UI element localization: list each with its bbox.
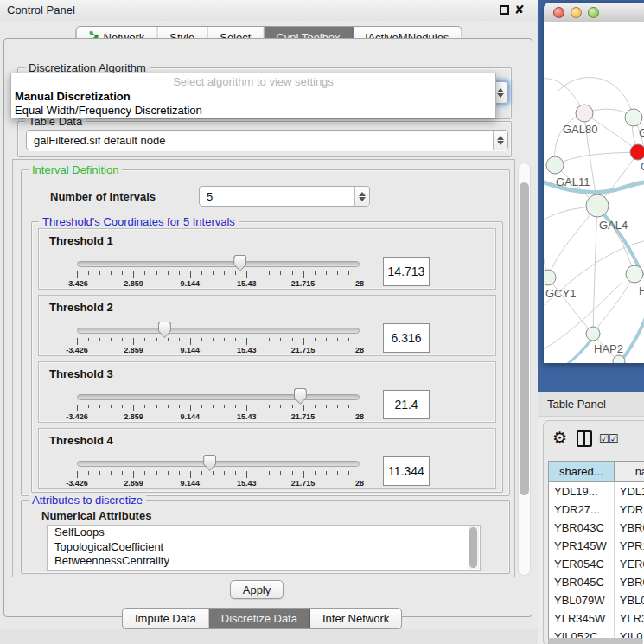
network-node-gal4[interactable] — [586, 194, 609, 217]
float-window-icon[interactable] — [500, 5, 509, 15]
network-window-titlebar[interactable] — [544, 3, 644, 22]
network-node-gal11[interactable] — [546, 156, 564, 174]
number-of-intervals-combobox[interactable]: 5 — [199, 186, 370, 207]
network-node-label: GAL11 — [556, 175, 590, 188]
numerical-attributes-list[interactable]: SelfLoopsTopologicalCoefficientBetweenne… — [47, 525, 481, 571]
slider-tick-labels: -3.4262.8599.14415.4321.71528 — [77, 279, 360, 289]
column-layout-icon[interactable] — [577, 430, 592, 447]
node-attribute-table[interactable]: shared... na YDL19...YDL1YDR27...YDR2YBR… — [548, 461, 644, 644]
network-node-gcy1[interactable] — [544, 270, 556, 285]
slider-track[interactable] — [77, 461, 360, 467]
network-thick-edge[interactable] — [622, 309, 644, 360]
tab-label: Discretize Data — [221, 612, 297, 625]
group-title: Interval Definition — [29, 163, 122, 176]
network-node-gal80[interactable] — [576, 105, 593, 122]
network-edge[interactable] — [548, 277, 593, 334]
threshold-label: Threshold 2 — [49, 301, 113, 314]
network-node-label: C — [641, 160, 644, 173]
list-item[interactable]: TopologicalCoefficient — [48, 540, 480, 555]
tab-impute-data[interactable]: Impute Data — [123, 609, 209, 628]
algorithm-dropdown-popup: Select algorithm to view settings Manual… — [10, 73, 496, 118]
network-node-c[interactable] — [630, 144, 644, 160]
slider-ticks — [77, 471, 360, 479]
minimize-traffic-light-icon[interactable] — [571, 7, 582, 18]
table-row[interactable]: YBR043CYBR0 — [549, 519, 644, 537]
tab-discretize-data[interactable]: Discretize Data — [209, 609, 310, 628]
slider-track[interactable] — [77, 328, 360, 334]
network-view-window[interactable]: GAL80GACGAL11GAL4GCY1HHAP2 — [544, 3, 644, 363]
network-thick-edge[interactable] — [544, 336, 594, 363]
slider-track[interactable] — [77, 394, 360, 400]
slider-ticks — [77, 271, 360, 279]
control-panel: Control Panel ✘ Network Style Select Cyn… — [0, 0, 538, 644]
network-node-h[interactable] — [626, 265, 643, 283]
combo-value: 5 — [200, 190, 354, 203]
popup-placeholder-item[interactable]: Select algorithm to view settings — [11, 75, 495, 88]
combo-value: galFiltered.sif default node — [27, 134, 493, 147]
network-node-label: H — [639, 284, 644, 297]
slider-ticks — [77, 405, 360, 412]
table-data-combobox[interactable]: galFiltered.sif default node — [26, 130, 508, 150]
table-row[interactable]: YER054CYER0 — [549, 555, 644, 573]
table-horizontal-scrollbar[interactable] — [548, 638, 643, 644]
slider-handle[interactable] — [158, 322, 171, 338]
table-row[interactable]: YBR045CYBR0 — [549, 573, 644, 591]
table-row[interactable]: YDL19...YDL1 — [549, 482, 644, 501]
tab-infer-network[interactable]: Infer Network — [310, 609, 401, 628]
network-node-label: GAL4 — [599, 219, 628, 232]
network-edge[interactable] — [555, 152, 638, 165]
threshold-value-field[interactable]: 14.713 — [383, 257, 430, 286]
network-canvas[interactable]: GAL80GACGAL11GAL4GCY1HHAP2 — [544, 23, 644, 363]
apply-button[interactable]: Apply — [230, 580, 284, 599]
tab-label: Impute Data — [135, 612, 196, 625]
column-header-name[interactable]: na — [614, 462, 644, 482]
list-scrollbar[interactable] — [469, 526, 479, 569]
stepper-icon[interactable] — [354, 187, 369, 206]
network-edge[interactable] — [593, 274, 634, 334]
table-row[interactable]: YBL079WYBL0 — [549, 591, 644, 609]
checkbox-icons[interactable]: ☑☑ — [599, 432, 617, 445]
panel-scrollbar[interactable] — [518, 163, 531, 576]
list-item[interactable]: SelfLoops — [48, 526, 480, 540]
network-node-label: GCY1 — [545, 287, 576, 300]
slider-tick-labels: -3.4262.8599.14415.4321.71528 — [77, 412, 360, 422]
slider-ticks — [77, 338, 360, 346]
gear-icon[interactable]: ⚙ — [552, 430, 567, 446]
table-row[interactable]: YDR27...YDR2 — [549, 501, 644, 519]
slider-tick-labels: -3.4262.8599.14415.4321.71528 — [77, 479, 360, 488]
table-panel: ⚙ ☑☑ shared... na YDL19...YDL1YDR27...YD… — [543, 420, 644, 644]
group-title: Threshold's Coordinates for 5 Intervals — [39, 215, 239, 228]
table-row[interactable]: YPR145WYPR1 — [549, 537, 644, 555]
threshold-value-field[interactable]: 21.4 — [383, 390, 430, 419]
zoom-traffic-light-icon[interactable] — [588, 7, 599, 18]
popup-item-equal-width-frequency[interactable]: Equal Width/Frequency Discretization — [15, 104, 202, 117]
number-of-intervals-label: Number of Intervals — [50, 190, 156, 203]
close-icon[interactable]: ✘ — [514, 3, 525, 16]
threshold-value-field[interactable]: 6.316 — [383, 323, 430, 353]
threshold-label: Threshold 3 — [49, 367, 113, 380]
network-node[interactable] — [613, 355, 625, 363]
stepper-icon[interactable] — [493, 131, 507, 150]
threshold-value-field[interactable]: 11.344 — [383, 456, 430, 486]
popup-item-manual-discretization[interactable]: Manual Discretization — [15, 90, 131, 103]
network-node-ga[interactable] — [625, 109, 642, 126]
control-panel-title: Control Panel — [7, 3, 75, 16]
network-edge[interactable] — [544, 222, 548, 277]
network-node-hap2[interactable] — [586, 327, 600, 341]
slider-handle[interactable] — [203, 455, 216, 471]
close-traffic-light-icon[interactable] — [553, 7, 564, 18]
scrollbar-thumb[interactable] — [469, 527, 477, 568]
slider-handle[interactable] — [294, 388, 307, 405]
threshold-panel-2: Threshold 2-3.4262.8599.14415.4321.71528… — [38, 295, 496, 356]
network-edge[interactable] — [593, 206, 597, 334]
network-node-label: GA — [639, 126, 644, 139]
slider-handle[interactable] — [233, 255, 246, 271]
scrollbar-thumb[interactable] — [520, 182, 529, 495]
table-row[interactable]: YLR345WYLR3 — [549, 609, 644, 628]
bottom-strip — [0, 629, 538, 644]
slider-track[interactable] — [77, 261, 360, 267]
group-title: Attributes to discretize — [29, 494, 146, 507]
network-node-label: HAP2 — [594, 342, 623, 355]
column-header-shared-name[interactable]: shared... — [549, 462, 615, 482]
list-item[interactable]: BetweennessCentrality — [48, 554, 480, 569]
